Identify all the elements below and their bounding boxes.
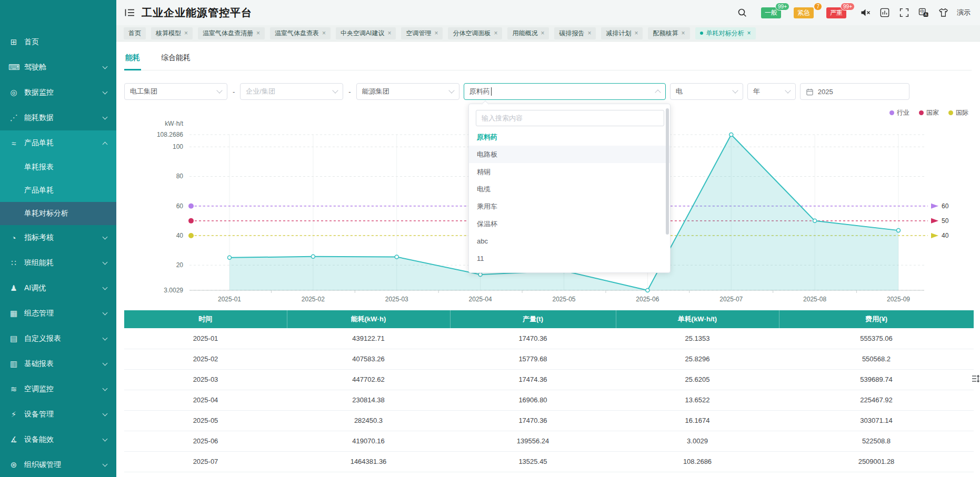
table-column-header: 能耗(kW·h) [287, 310, 450, 328]
sidebar-item-unit-benchmark-analysis[interactable]: 单耗对标分析 [0, 202, 116, 225]
nav-tab[interactable]: 减排计划× [601, 27, 643, 39]
sidebar-item-scada-config[interactable]: ▦组态管理 [0, 301, 116, 326]
close-icon[interactable]: × [322, 29, 326, 37]
sidebar-item-data-monitor[interactable]: ◎数据监控 [0, 80, 116, 105]
sidebar-item-hvac-monitor[interactable]: ≋空调监控 [0, 377, 116, 402]
nav-tab[interactable]: 碳排报告× [554, 27, 596, 39]
chevron-down-icon [448, 87, 454, 93]
dropdown-option[interactable]: 精铜 [469, 163, 670, 180]
close-icon[interactable]: × [256, 29, 260, 37]
sidebar-item-product-unit[interactable]: ≈产品单耗 [0, 130, 116, 156]
sidebar-item-device-efficiency[interactable]: ∡设备能效 [0, 427, 116, 452]
enterprise-select[interactable]: 企业/集团 [240, 83, 343, 100]
close-icon[interactable]: × [434, 29, 438, 37]
dropdown-search-input[interactable] [476, 110, 664, 126]
group-select[interactable]: 电工集团 [124, 83, 227, 100]
table-cell: 17470.36 [450, 328, 616, 349]
language-icon[interactable]: 中A [918, 7, 929, 18]
sidebar-item-carbon-management[interactable]: ⊛组织碳管理 [0, 452, 116, 477]
sidebar-item-unit-report[interactable]: 单耗报表 [0, 156, 116, 179]
legend-dot [948, 110, 953, 115]
nav-tab[interactable]: 温室气体盘查表× [270, 27, 331, 39]
home-icon: ⊞ [8, 37, 19, 47]
content-tab[interactable]: 综合能耗 [160, 49, 192, 70]
chart-legend: 行业国家国际 [889, 108, 968, 117]
table-cell: 407583.26 [287, 349, 450, 369]
nav-tab[interactable]: 中央空调AI建议× [336, 27, 396, 39]
nav-tab[interactable]: 单耗对标分析× [695, 27, 756, 39]
fullscreen-icon[interactable] [898, 7, 910, 18]
dropdown-option[interactable]: 11 [469, 250, 670, 267]
close-icon[interactable]: × [634, 29, 638, 37]
legend-item[interactable]: 国际 [948, 108, 968, 117]
nav-tab-label: 核算模型 [156, 29, 181, 38]
chart-window-icon[interactable] [879, 7, 891, 18]
legend-item[interactable]: 国家 [919, 108, 939, 117]
close-icon[interactable]: × [747, 29, 751, 37]
sidebar-collapse-icon[interactable] [124, 7, 135, 18]
sidebar-item-team-energy[interactable]: ∷班组能耗 [0, 250, 116, 276]
sidebar-item-label: AI调优 [24, 283, 46, 293]
table-cell: 225467.92 [779, 390, 974, 410]
close-icon[interactable]: × [681, 29, 685, 37]
alarm-badge-一般[interactable]: 一般99+ [761, 7, 781, 18]
dropdown-option[interactable]: 保温杯 [469, 215, 670, 232]
close-icon[interactable]: × [184, 29, 188, 37]
nav-tab[interactable]: 分体空调面板× [448, 27, 502, 39]
sidebar-item-label: 基础报表 [24, 359, 54, 369]
svg-text:2025-03: 2025-03 [385, 296, 408, 303]
sidebar-item-ai-tuning[interactable]: ♟AI调优 [0, 276, 116, 301]
close-icon[interactable]: × [387, 29, 391, 37]
dropdown-option[interactable]: 电路板 [469, 146, 670, 163]
sidebar-item-custom-reports[interactable]: ▤自定义报表 [0, 326, 116, 351]
content-tab[interactable]: 能耗 [124, 49, 141, 70]
close-icon[interactable]: × [541, 29, 544, 37]
nav-tab[interactable]: 核算模型× [151, 27, 193, 39]
text-cursor [491, 87, 492, 96]
table-cell: 2509001.28 [779, 451, 974, 472]
close-icon[interactable]: × [494, 29, 497, 37]
search-icon[interactable] [736, 7, 748, 18]
table-cell: 282450.3 [287, 410, 450, 431]
year-picker[interactable]: 2025 [800, 83, 909, 100]
alarm-badge-严重[interactable]: 严重99+ [826, 7, 846, 18]
sidebar-item-kpi-assessment[interactable]: ◔指标考核 [0, 225, 116, 250]
dropdown-option[interactable]: 乘用车 [469, 198, 670, 215]
legend-item[interactable]: 行业 [889, 108, 909, 117]
sidebar-item-product-unit-consumption[interactable]: 产品单耗 [0, 179, 116, 202]
nav-tab[interactable]: 温室气体盘查清册× [198, 27, 265, 39]
table-cell: 419070.16 [287, 431, 450, 451]
dropdown-option[interactable]: abc [469, 232, 670, 250]
mute-icon[interactable] [859, 7, 871, 18]
user-menu[interactable]: 演示 [957, 8, 971, 17]
device-management-icon: ⚡ [8, 410, 19, 419]
close-icon[interactable]: × [587, 29, 591, 37]
custom-reports-icon: ▤ [8, 334, 19, 343]
svg-text:2025-09: 2025-09 [887, 296, 910, 303]
product-select[interactable]: 原料药 [464, 83, 666, 100]
chevron-down-icon [103, 462, 108, 467]
dropdown-option[interactable]: 电缆 [469, 180, 670, 198]
period-select[interactable]: 年 [747, 83, 796, 100]
topbar: 工业企业能源管控平台 一般99+紧急7严重99+ 中A 演示 [116, 0, 980, 25]
nav-tab-label: 减排计划 [606, 29, 631, 38]
sidebar-item-device-management[interactable]: ⚡设备管理 [0, 402, 116, 427]
sidebar-item-energy-data[interactable]: ⋰能耗数据 [0, 105, 116, 130]
alarm-badge-紧急[interactable]: 紧急7 [794, 7, 814, 18]
energy-type-select[interactable]: 电 [670, 83, 743, 100]
sidebar-item-basic-reports[interactable]: ▥基础报表 [0, 351, 116, 377]
nav-tab[interactable]: 配额核算× [648, 27, 689, 39]
table-settings-icon[interactable] [972, 374, 979, 385]
chevron-down-icon [333, 87, 338, 93]
nav-tab-label: 碳排报告 [559, 29, 584, 38]
nav-tab[interactable]: 用能概况× [507, 27, 549, 39]
nav-tab[interactable]: 空调管理× [401, 27, 443, 39]
sidebar-item-home[interactable]: ⊞首页 [0, 29, 116, 55]
sidebar-item-cockpit[interactable]: ⌨驾驶舱 [0, 55, 116, 80]
nav-tab[interactable]: 首页 [124, 27, 146, 39]
ai-tuning-icon: ♟ [8, 283, 19, 293]
theme-tshirt-icon[interactable] [937, 7, 949, 18]
dropdown-option[interactable]: 原料药 [469, 128, 670, 146]
energy-group-select[interactable]: 能源集团 [356, 83, 459, 100]
scrollbar-thumb[interactable] [666, 108, 669, 235]
